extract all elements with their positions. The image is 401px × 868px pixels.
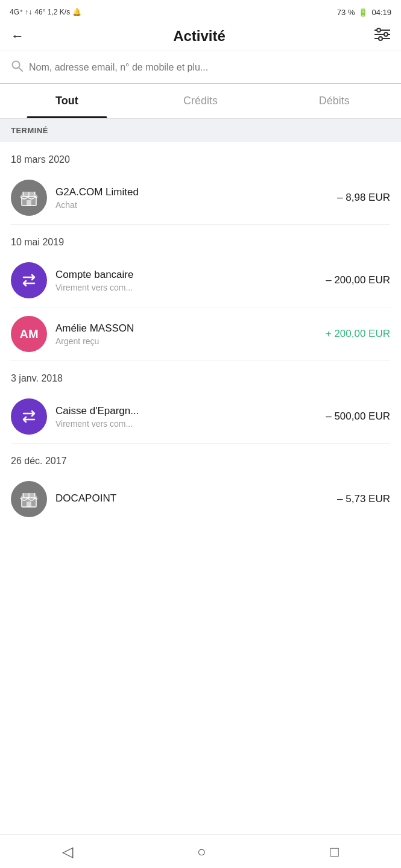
transaction-amount: – 200,00 EUR xyxy=(326,274,390,286)
bottom-nav: ◁ ○ □ xyxy=(0,834,401,868)
tab-tout[interactable]: Tout xyxy=(0,84,134,118)
tab-debits[interactable]: Débits xyxy=(267,84,401,118)
tab-credits[interactable]: Crédits xyxy=(134,84,268,118)
transaction-name: G2A.COM Limited xyxy=(55,186,329,198)
transaction-sub: Virement vers com... xyxy=(55,283,317,292)
svg-point-4 xyxy=(384,33,388,36)
status-bar: 4G⁺ ↑↓ 46° 1,2 K/s 🔔 73 % 🔋 04:19 xyxy=(0,0,401,22)
header: ← Activité xyxy=(0,22,401,51)
svg-rect-13 xyxy=(27,502,31,507)
search-icon xyxy=(11,60,23,75)
svg-line-7 xyxy=(19,68,22,71)
transaction-amount: + 200,00 EUR xyxy=(326,328,390,340)
nav-home-button[interactable]: ○ xyxy=(197,843,206,860)
transaction-sub: Argent reçu xyxy=(55,336,317,346)
section-header-termine: TERMINÉ xyxy=(0,119,401,142)
status-left: 4G⁺ ↑↓ 46° 1,2 K/s 🔔 xyxy=(10,8,81,16)
transaction-info: Amélie MASSON Argent reçu xyxy=(55,322,317,346)
transaction-info: DOCAPOINT xyxy=(55,492,329,506)
avatar xyxy=(11,398,47,435)
page-title: Activité xyxy=(173,28,226,45)
date-label-2: 10 mai 2019 xyxy=(0,225,401,254)
transaction-info: Caisse d'Epargn... Virement vers com... xyxy=(55,405,317,429)
battery-icon: 🔋 xyxy=(358,8,368,17)
notification-icon: 🔔 xyxy=(72,8,81,16)
nav-back-button[interactable]: ◁ xyxy=(62,843,73,860)
transaction-name: Compte bancaire xyxy=(55,269,317,281)
transaction-sub: Achat xyxy=(55,200,329,210)
avatar xyxy=(11,481,47,517)
avatar xyxy=(11,180,47,216)
data-speed: 46° 1,2 K/s xyxy=(34,8,70,16)
search-bar[interactable] xyxy=(0,51,401,84)
transaction-sub: Virement vers com... xyxy=(55,419,317,429)
transaction-item[interactable]: Caisse d'Epargn... Virement vers com... … xyxy=(0,390,401,443)
transaction-name: Caisse d'Epargn... xyxy=(55,405,317,417)
tabs: Tout Crédits Débits xyxy=(0,84,401,119)
search-input[interactable] xyxy=(29,62,390,73)
avatar-initials: AM xyxy=(19,327,38,341)
avatar xyxy=(11,262,47,298)
date-label-4: 26 déc. 2017 xyxy=(0,444,401,473)
status-right: 73 % 🔋 04:19 xyxy=(337,8,391,17)
transaction-amount: – 5,73 EUR xyxy=(337,493,390,505)
filter-button[interactable] xyxy=(374,28,390,45)
transaction-info: G2A.COM Limited Achat xyxy=(55,186,329,210)
svg-point-3 xyxy=(377,28,380,32)
battery-level: 73 % xyxy=(337,8,355,17)
transaction-name: DOCAPOINT xyxy=(55,492,329,505)
nav-recent-button[interactable]: □ xyxy=(330,843,339,860)
transaction-info: Compte bancaire Virement vers com... xyxy=(55,269,317,292)
transaction-item[interactable]: G2A.COM Limited Achat – 8,98 EUR xyxy=(0,171,401,224)
clock: 04:19 xyxy=(371,8,391,17)
transaction-name: Amélie MASSON xyxy=(55,322,317,335)
transaction-item[interactable]: AM Amélie MASSON Argent reçu + 200,00 EU… xyxy=(0,307,401,360)
back-button[interactable]: ← xyxy=(11,28,24,44)
transaction-item[interactable]: DOCAPOINT – 5,73 EUR xyxy=(0,473,401,526)
transaction-amount: – 500,00 EUR xyxy=(326,410,390,423)
transaction-item[interactable]: Compte bancaire Virement vers com... – 2… xyxy=(0,254,401,307)
transaction-amount: – 8,98 EUR xyxy=(337,192,390,204)
date-label-3: 3 janv. 2018 xyxy=(0,361,401,390)
svg-point-5 xyxy=(379,37,382,40)
date-label-1: 18 mars 2020 xyxy=(0,142,401,171)
signal-icon: 4G⁺ ↑↓ xyxy=(10,8,32,16)
svg-rect-10 xyxy=(27,200,31,206)
avatar: AM xyxy=(11,316,47,352)
